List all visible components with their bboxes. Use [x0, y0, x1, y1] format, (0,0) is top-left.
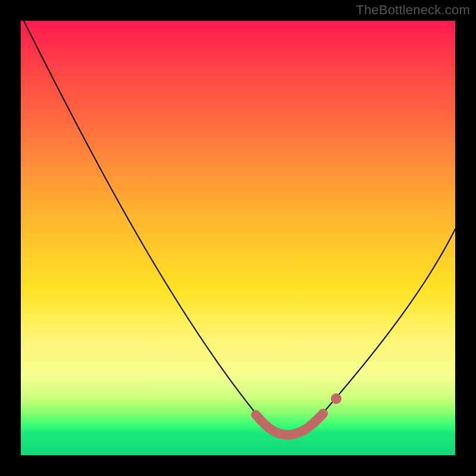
- bottleneck-curve-path: [24, 21, 455, 434]
- plot-area: [21, 21, 455, 455]
- marker-dot: [331, 393, 342, 404]
- watermark-label: TheBottleneck.com: [356, 2, 470, 18]
- bottleneck-curve: [21, 21, 455, 455]
- chart-frame: TheBottleneck.com: [0, 0, 476, 476]
- optimal-zone-band: [256, 414, 323, 435]
